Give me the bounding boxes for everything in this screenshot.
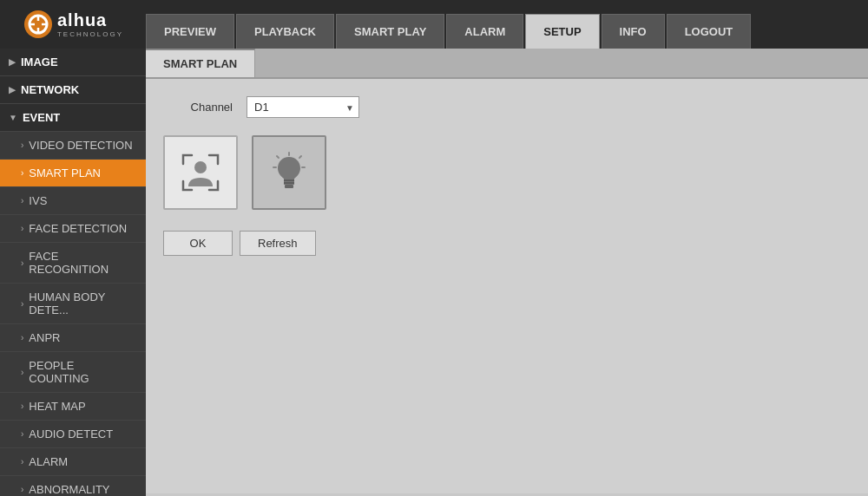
sidebar-item-video-detection-label: VIDEO DETECTION [29, 139, 132, 152]
sidebar-item-anpr[interactable]: › ANPR [0, 324, 146, 352]
sidebar-item-ivs[interactable]: › IVS [0, 187, 146, 215]
sidebar-item-smart-plan[interactable]: › SMART PLAN [0, 160, 146, 187]
chevron-icon: › [21, 485, 23, 494]
ok-button[interactable]: OK [163, 231, 233, 256]
arrow-icon: ▶ [9, 85, 16, 95]
tab-smart-play[interactable]: SMART PLAY [336, 14, 444, 49]
channel-label: Channel [163, 101, 233, 114]
nav-tabs: PREVIEW PLAYBACK SMART PLAY ALARM SETUP … [146, 0, 868, 49]
chevron-icon: › [21, 429, 23, 439]
smart-icons-row [163, 135, 851, 210]
content-tab-smart-plan[interactable]: SMART PLAN [146, 49, 255, 77]
sidebar-item-heat-map[interactable]: › HEAT MAP [0, 393, 146, 421]
tab-logout[interactable]: LOGOUT [667, 14, 752, 49]
logo-text: alhua [57, 10, 123, 30]
channel-row: Channel D1 D2 D3 D4 ▼ [163, 96, 851, 118]
sidebar-item-ivs-label: IVS [29, 194, 47, 207]
channel-select-wrapper: D1 D2 D3 D4 ▼ [247, 96, 359, 118]
button-row: OK Refresh [163, 231, 851, 256]
svg-rect-5 [285, 185, 293, 188]
sidebar-item-face-recognition[interactable]: › FACE RECOGNITION [0, 243, 146, 284]
sidebar-item-anpr-label: ANPR [29, 331, 60, 344]
sidebar-item-human-body[interactable]: › HUMAN BODY DETE... [0, 284, 146, 324]
sidebar-section-event[interactable]: ▼ EVENT [0, 104, 146, 132]
sidebar-item-people-counting-label: PEOPLE COUNTING [29, 359, 137, 385]
tab-alarm[interactable]: ALARM [446, 14, 523, 49]
tab-setup[interactable]: SETUP [525, 14, 599, 49]
sidebar-item-face-detection-label: FACE DETECTION [29, 222, 127, 235]
chevron-icon: › [21, 299, 23, 309]
sidebar-item-people-counting[interactable]: › PEOPLE COUNTING [0, 352, 146, 393]
sidebar-item-video-detection[interactable]: › VIDEO DETECTION [0, 132, 146, 160]
logo-brand: alhua TECHNOLOGY [23, 9, 123, 40]
logo-subtext: TECHNOLOGY [57, 30, 123, 38]
arrow-down-icon: ▼ [9, 113, 17, 122]
body: ▶ IMAGE ▶ NETWORK ▼ EVENT › VIDEO DETECT… [0, 49, 868, 496]
chevron-icon: › [21, 368, 23, 377]
channel-select[interactable]: D1 D2 D3 D4 [247, 96, 359, 118]
chevron-icon: › [21, 457, 23, 467]
arrow-icon: ▶ [9, 57, 16, 67]
dahua-logo-icon [23, 9, 54, 40]
svg-line-9 [277, 156, 279, 158]
tab-playback[interactable]: PLAYBACK [236, 14, 334, 49]
header: alhua TECHNOLOGY PREVIEW PLAYBACK SMART … [0, 0, 868, 49]
sidebar-item-alarm[interactable]: › ALARM [0, 448, 146, 476]
sidebar-item-heat-map-label: HEAT MAP [29, 400, 85, 413]
content-area: Channel D1 D2 D3 D4 ▼ [146, 79, 868, 493]
sidebar-section-network[interactable]: ▶ NETWORK [0, 76, 146, 104]
chevron-icon: › [21, 140, 23, 150]
sidebar-section-event-label: EVENT [23, 111, 60, 124]
chevron-icon: › [21, 401, 23, 411]
smart-icon-face[interactable] [163, 135, 238, 210]
main-content: SMART PLAN Channel D1 D2 D3 D4 ▼ [146, 49, 868, 496]
chevron-icon: › [21, 196, 23, 206]
chevron-icon: › [21, 224, 23, 233]
sidebar-item-face-recognition-label: FACE RECOGNITION [29, 250, 137, 276]
tab-preview[interactable]: PREVIEW [146, 14, 234, 49]
chevron-icon: › [21, 333, 23, 343]
sidebar-section-image-label: IMAGE [21, 55, 58, 69]
lightbulb-icon [266, 150, 312, 195]
logo-container: alhua TECHNOLOGY [23, 9, 123, 40]
sidebar-item-face-detection[interactable]: › FACE DETECTION [0, 215, 146, 243]
chevron-icon: › [21, 258, 23, 268]
sidebar-item-abnormality-label: ABNORMALITY [29, 483, 109, 496]
sidebar-item-audio-detect-label: AUDIO DETECT [29, 427, 113, 441]
sidebar-section-network-label: NETWORK [21, 83, 79, 96]
svg-point-2 [194, 161, 207, 173]
sidebar-item-abnormality[interactable]: › ABNORMALITY [0, 476, 146, 496]
sidebar-section-image[interactable]: ▶ IMAGE [0, 49, 146, 76]
sidebar: ▶ IMAGE ▶ NETWORK ▼ EVENT › VIDEO DETECT… [0, 49, 146, 496]
face-recognition-icon [178, 150, 223, 195]
svg-line-7 [299, 156, 301, 158]
sidebar-item-human-body-label: HUMAN BODY DETE... [29, 290, 137, 317]
sidebar-item-alarm-label: ALARM [29, 455, 68, 468]
refresh-button[interactable]: Refresh [240, 231, 316, 256]
tab-info[interactable]: INFO [602, 14, 665, 49]
logo-area: alhua TECHNOLOGY [0, 0, 146, 49]
smart-icon-lightbulb[interactable] [252, 135, 326, 210]
content-tab-bar: SMART PLAN [146, 49, 868, 79]
chevron-icon: › [21, 168, 23, 178]
sidebar-item-smart-plan-label: SMART PLAN [29, 166, 101, 179]
sidebar-item-audio-detect[interactable]: › AUDIO DETECT [0, 421, 146, 448]
